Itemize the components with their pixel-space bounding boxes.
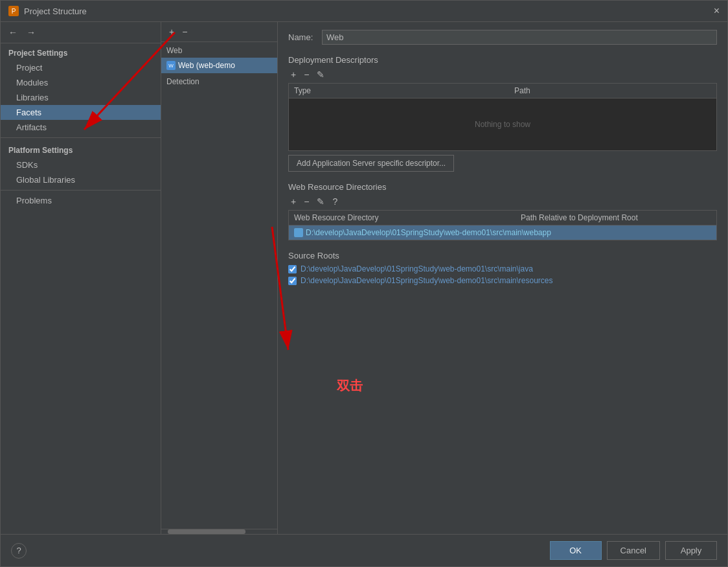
wr-row-icon xyxy=(294,228,303,237)
dialog-title: Project Structure xyxy=(24,6,87,16)
nav-top: ← → xyxy=(1,22,161,43)
name-input[interactable] xyxy=(322,30,717,45)
sidebar: ← → Project Settings Project Modules Lib… xyxy=(1,22,161,534)
web-resource-table: Web Resource Directory Path Relative to … xyxy=(288,210,717,240)
sidebar-item-facets[interactable]: Facets xyxy=(1,105,161,120)
deployment-table: Type Path Nothing to show xyxy=(288,83,717,151)
web-resource-section: Web Resource Directories + − ✎ ? Web Res… xyxy=(288,182,717,240)
sidebar-item-sdks[interactable]: SDKs xyxy=(1,157,161,172)
source-root-path-2: D:\develop\JavaDevelop\01SpringStudy\web… xyxy=(301,276,553,285)
source-roots-list: D:\develop\JavaDevelop\01SpringStudy\web… xyxy=(288,264,717,285)
remove-wr-btn[interactable]: − xyxy=(301,196,312,207)
right-content: Name: Deployment Descriptors + − ✎ xyxy=(278,22,727,534)
web-facet-icon: W xyxy=(166,61,176,70)
add-wr-btn[interactable]: + xyxy=(288,196,299,207)
web-resource-toolbar: + − ✎ ? xyxy=(288,196,717,207)
forward-button[interactable]: → xyxy=(24,26,38,39)
sidebar-item-problems[interactable]: Problems xyxy=(1,193,161,208)
source-root-checkbox-1[interactable] xyxy=(288,265,297,273)
source-roots-section: Source Roots D:\develop\JavaDevelop\01Sp… xyxy=(288,251,717,285)
source-root-path-1: D:\develop\JavaDevelop\01SpringStudy\web… xyxy=(301,264,533,273)
app-icon: P xyxy=(8,6,19,16)
sidebar-item-project[interactable]: Project xyxy=(1,60,161,75)
edit-wr-btn[interactable]: ✎ xyxy=(314,196,327,207)
sidebar-item-libraries[interactable]: Libraries xyxy=(1,90,161,105)
remove-descriptor-btn[interactable]: − xyxy=(301,69,312,80)
wr-dir-col-header: Web Resource Directory xyxy=(289,211,516,225)
add-facet-button[interactable]: + xyxy=(166,26,177,38)
project-settings-header: Project Settings xyxy=(1,43,161,60)
deployment-section: Deployment Descriptors + − ✎ Type Path xyxy=(288,55,717,172)
back-button[interactable]: ← xyxy=(6,26,20,39)
path-column-header: Path xyxy=(509,84,716,98)
help-wr-btn[interactable]: ? xyxy=(330,196,340,207)
middle-item-web[interactable]: W Web (web-demo xyxy=(161,58,277,73)
middle-section-web: Web xyxy=(161,42,277,58)
wr-row-path: D:\develop\JavaDevelop\01SpringStudy\web… xyxy=(306,228,551,237)
cancel-button[interactable]: Cancel xyxy=(607,541,660,560)
name-row: Name: xyxy=(288,30,717,45)
help-button[interactable]: ? xyxy=(11,543,27,559)
right-panel: Name: Deployment Descriptors + − ✎ xyxy=(278,22,727,534)
sidebar-divider xyxy=(1,137,161,138)
sidebar-item-global-libraries[interactable]: Global Libraries xyxy=(1,172,161,187)
wr-table-header: Web Resource Directory Path Relative to … xyxy=(289,211,716,226)
deployment-table-header: Type Path xyxy=(289,84,716,98)
edit-descriptor-btn[interactable]: ✎ xyxy=(314,69,327,80)
apply-button[interactable]: Apply xyxy=(665,541,717,560)
web-resource-title: Web Resource Directories xyxy=(288,182,717,192)
add-descriptor-btn[interactable]: + xyxy=(288,69,299,80)
platform-settings-header: Platform Settings xyxy=(1,141,161,157)
sidebar-divider-2 xyxy=(1,190,161,191)
source-root-item-2: D:\develop\JavaDevelop\01SpringStudy\web… xyxy=(288,276,717,285)
bottom-bar: ? OK Cancel Apply xyxy=(1,534,727,566)
name-label: Name: xyxy=(288,32,314,42)
source-root-checkbox-2[interactable] xyxy=(288,277,297,285)
middle-scrollbar[interactable] xyxy=(161,529,277,534)
type-column-header: Type xyxy=(289,84,509,98)
deployment-table-body: Nothing to show xyxy=(289,98,716,150)
title-bar: P Project Structure × xyxy=(1,1,727,22)
source-root-item-1: D:\develop\JavaDevelop\01SpringStudy\web… xyxy=(288,264,717,273)
middle-panel: + − Web W Web (web-demo Detection xyxy=(161,22,278,534)
source-roots-title: Source Roots xyxy=(288,251,717,260)
ok-button[interactable]: OK xyxy=(550,541,602,560)
deployment-toolbar: + − ✎ xyxy=(288,69,717,80)
middle-detection-label: Detection xyxy=(161,73,277,89)
remove-facet-button[interactable]: − xyxy=(179,26,190,38)
sidebar-item-modules[interactable]: Modules xyxy=(1,75,161,90)
close-button[interactable]: × xyxy=(714,6,720,16)
add-app-server-descriptor-button[interactable]: Add Application Server specific descript… xyxy=(288,155,454,172)
nothing-to-show: Nothing to show xyxy=(475,120,530,129)
deployment-title: Deployment Descriptors xyxy=(288,55,717,65)
wr-table-row[interactable]: D:\develop\JavaDevelop\01SpringStudy\web… xyxy=(289,226,716,240)
middle-toolbar: + − xyxy=(161,22,277,42)
sidebar-item-artifacts[interactable]: Artifacts xyxy=(1,120,161,135)
wr-rel-col-header: Path Relative to Deployment Root xyxy=(516,211,716,225)
